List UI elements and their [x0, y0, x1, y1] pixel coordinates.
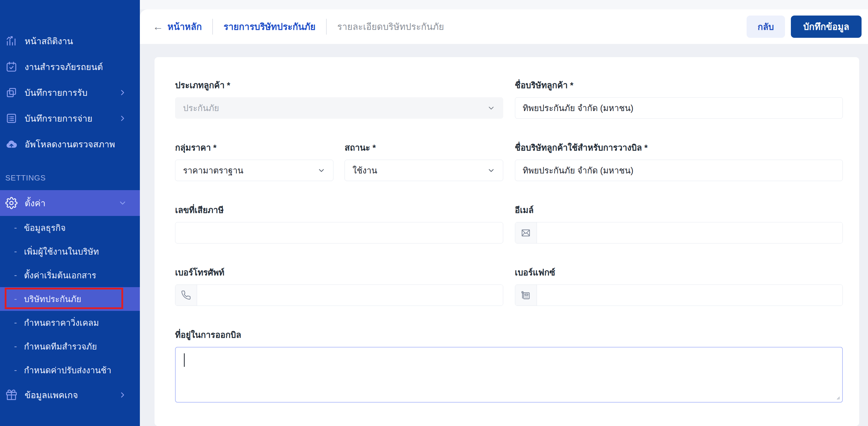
back-arrow-icon[interactable]: ←	[153, 21, 163, 33]
app-root: หน้าสถิติงาน งานสำรวจภัยรถยนต์ บันทึกราย…	[0, 0, 868, 426]
main-area: ← หน้าหลัก รายการบริษัทประกันภัย รายละเอ…	[140, 0, 868, 426]
bar-chart-icon	[5, 34, 18, 48]
cloud-upload-icon	[5, 137, 18, 151]
sidebar-subitem-label: กำหนดทีมสำรวจภัย	[24, 340, 97, 353]
price-group-select[interactable]: ราคามาตราฐาน	[175, 160, 333, 181]
field-billing-address: ที่อยู่ในการออกบิล	[175, 328, 843, 404]
status-select[interactable]: ใช้งาน	[345, 160, 503, 181]
company-name-input[interactable]	[515, 97, 843, 119]
phone-input[interactable]	[197, 285, 503, 305]
sidebar-subitem-claim-run-price[interactable]: กำหนดราคาวิ่งเคลม	[0, 311, 140, 335]
email-input[interactable]	[537, 222, 843, 243]
field-price-group: กลุ่มราคา * ราคามาตราฐาน	[175, 141, 333, 181]
save-button[interactable]: บักทึกข้อมูล	[791, 15, 862, 38]
phone-label: เบอร์โทรศัพท์	[175, 266, 503, 279]
email-label: อีเมล์	[515, 203, 843, 217]
sidebar-item-label: อัพโหลดงานตรวจสภาพ	[25, 137, 115, 151]
list-icon	[5, 111, 18, 125]
field-tax-id: เลขที่เสียภาษี	[175, 203, 503, 243]
breadcrumb-divider	[212, 19, 213, 35]
billing-address-textarea[interactable]	[175, 347, 843, 402]
sidebar-subitem-label: เพิ่มผู้ใช้งานในบริษัท	[24, 245, 99, 258]
sidebar-item-label: หน้าสถิติงาน	[25, 34, 73, 48]
sidebar-subitem-late-penalty[interactable]: กำหนดค่าปรับส่งงานช้า	[0, 358, 140, 382]
sidebar-item-label: บันทึกรายการจ่าย	[25, 111, 92, 125]
chevron-right-icon	[118, 391, 127, 399]
sidebar-item-income-records[interactable]: บันทึกรายการรับ	[0, 80, 140, 105]
sidebar-subitem-insurance-companies[interactable]: บริษัทประกันภัย	[0, 287, 140, 311]
billing-name-input[interactable]	[515, 160, 843, 181]
price-group-label: กลุ่มราคา *	[175, 141, 333, 154]
breadcrumb-home[interactable]: หน้าหลัก	[167, 19, 202, 34]
envelope-icon	[515, 222, 537, 243]
fax-label: เบอร์แฟกซ์	[515, 266, 843, 279]
chevron-down-icon	[317, 166, 326, 175]
sidebar-item-settings[interactable]: ตั้งค่า	[0, 190, 140, 216]
status-value: ใช้งาน	[352, 164, 377, 177]
chevron-down-icon	[487, 104, 495, 112]
field-billing-name: ชื่อบริษัทลูกค้าใช้สำหรับการวางบิล *	[515, 141, 843, 181]
tax-id-input[interactable]	[175, 222, 503, 243]
field-fax: เบอร์แฟกซ์	[515, 266, 843, 306]
text-cursor	[184, 353, 185, 367]
field-status: สถานะ * ใช้งาน	[345, 141, 503, 181]
sidebar-subitem-label: บริษัทประกันภัย	[24, 292, 81, 306]
back-button[interactable]: กลับ	[747, 15, 785, 38]
customer-type-label: ประเภทลูกค้า *	[175, 78, 503, 92]
field-customer-type: ประเภทลูกค้า * ประกันภัย	[175, 78, 503, 119]
customer-type-value: ประกันภัย	[183, 101, 219, 115]
breadcrumb-insurer-detail: รายละเอียดบริษัทประกันภัย	[337, 19, 444, 34]
calendar-check-icon	[5, 60, 18, 73]
breadcrumb: ← หน้าหลัก รายการบริษัทประกันภัย รายละเอ…	[153, 19, 444, 35]
price-group-value: ราคามาตราฐาน	[183, 164, 243, 177]
sidebar-item-label: ข้อมูลแพคเกจ	[25, 388, 78, 402]
field-email: อีเมล์	[515, 203, 843, 243]
chevron-down-icon	[118, 199, 127, 207]
sidebar-item-package-info[interactable]: ข้อมูลแพคเกจ	[0, 382, 140, 408]
sidebar-subitem-label: กำหนดค่าปรับส่งงานช้า	[24, 364, 112, 377]
sidebar-item-label: ตั้งค่า	[25, 196, 45, 210]
sidebar-subitem-label: ตั้งค่าเริ่มต้นเอกสาร	[24, 269, 96, 282]
sidebar-item-job-stats[interactable]: หน้าสถิติงาน	[0, 28, 140, 54]
insurer-detail-form-card: ประเภทลูกค้า * ประกันภัย ชื่อบริษัทลูกค้…	[155, 57, 859, 426]
gift-icon	[5, 388, 18, 402]
header-actions: กลับ บักทึกข้อมูล	[747, 15, 862, 38]
sidebar-subitem-survey-team[interactable]: กำหนดทีมสำรวจภัย	[0, 335, 140, 358]
billing-name-label: ชื่อบริษัทลูกค้าใช้สำหรับการวางบิล *	[515, 141, 843, 154]
chevron-right-icon	[118, 88, 127, 97]
copy-icon	[5, 86, 18, 99]
chevron-down-icon	[487, 166, 495, 175]
chevron-right-icon	[118, 114, 127, 123]
breadcrumb-divider	[326, 19, 327, 35]
gear-icon	[5, 196, 18, 210]
resize-handle-icon[interactable]	[835, 394, 840, 400]
sidebar-item-survey-jobs[interactable]: งานสำรวจภัยรถยนต์	[0, 54, 140, 80]
sidebar: หน้าสถิติงาน งานสำรวจภัยรถยนต์ บันทึกราย…	[0, 0, 140, 426]
page-header: ← หน้าหลัก รายการบริษัทประกันภัย รายละเอ…	[140, 9, 868, 44]
tax-id-label: เลขที่เสียภาษี	[175, 203, 503, 217]
billing-address-label: ที่อยู่ในการออกบิล	[175, 328, 843, 341]
content-area: ประเภทลูกค้า * ประกันภัย ชื่อบริษัทลูกค้…	[140, 44, 868, 426]
sidebar-item-label: งานสำรวจภัยรถยนต์	[25, 60, 103, 74]
sidebar-subitem-document-defaults[interactable]: ตั้งค่าเริ่มต้นเอกสาร	[0, 263, 140, 287]
field-company-name: ชื่อบริษัทลูกค้า *	[515, 78, 843, 119]
status-label: สถานะ *	[345, 141, 503, 154]
sidebar-subitem-add-users[interactable]: เพิ่มผู้ใช้งานในบริษัท	[0, 240, 140, 263]
sidebar-item-expense-records[interactable]: บันทึกรายการจ่าย	[0, 105, 140, 131]
sidebar-subitem-business-info[interactable]: ข้อมูลธุรกิจ	[0, 216, 140, 240]
sidebar-section-settings: SETTINGS	[5, 173, 140, 183]
fax-input[interactable]	[537, 285, 843, 305]
top-strip	[140, 0, 868, 9]
price-status-group: กลุ่มราคา * ราคามาตราฐาน สถานะ *	[175, 141, 503, 181]
field-phone: เบอร์โทรศัพท์	[175, 266, 503, 306]
sidebar-item-label: บันทึกรายการรับ	[25, 86, 87, 100]
sidebar-subitem-label: ข้อมูลธุรกิจ	[24, 221, 66, 235]
fax-icon	[515, 285, 537, 305]
sidebar-subitem-label: กำหนดราคาวิ่งเคลม	[24, 316, 99, 330]
phone-icon	[175, 285, 197, 305]
customer-type-select[interactable]: ประกันภัย	[175, 97, 503, 119]
breadcrumb-insurer-list[interactable]: รายการบริษัทประกันภัย	[223, 19, 315, 34]
sidebar-item-upload-inspection[interactable]: อัพโหลดงานตรวจสภาพ	[0, 131, 140, 157]
company-name-label: ชื่อบริษัทลูกค้า *	[515, 78, 843, 92]
